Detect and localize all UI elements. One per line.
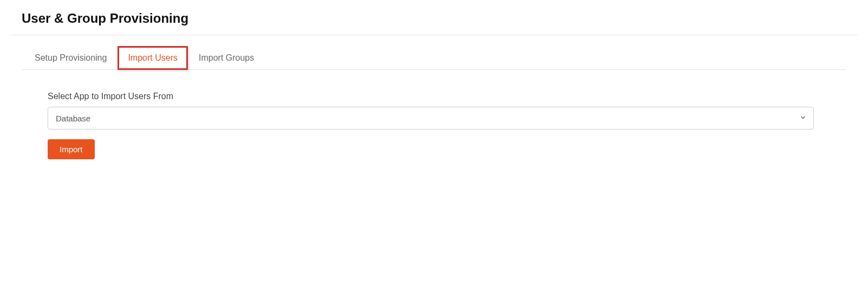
tab-import-users[interactable]: Import Users [118,46,188,70]
tabs-container: Setup Provisioning Import Users Import G… [22,46,846,70]
select-app-dropdown[interactable]: Database [48,107,814,129]
page-title: User & Group Provisioning [22,11,846,26]
tab-import-groups[interactable]: Import Groups [190,46,263,69]
header-divider [11,35,857,35]
select-app-wrapper: Database [48,107,814,129]
tab-content: Select App to Import Users From Database… [22,92,846,159]
select-app-label: Select App to Import Users From [48,92,814,101]
tab-setup-provisioning[interactable]: Setup Provisioning [26,46,115,69]
import-button[interactable]: Import [48,139,95,159]
